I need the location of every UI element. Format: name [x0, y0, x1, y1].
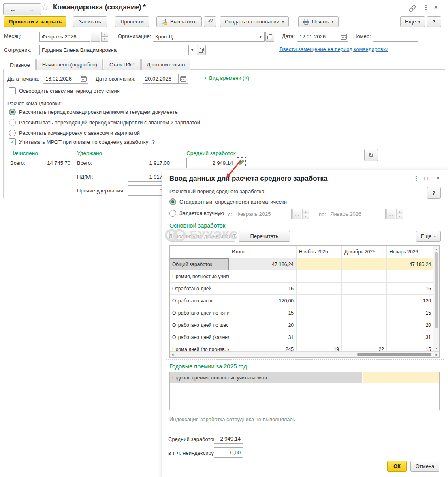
- row-label-cell[interactable]: Премия, полностью учитываемая: [170, 270, 229, 282]
- total-cell[interactable]: 31: [229, 331, 297, 343]
- table-row[interactable]: Отработано дней по шестидневно... 20 20: [170, 319, 439, 331]
- horizontal-scroll-thumb[interactable]: [357, 353, 431, 356]
- tab-main[interactable]: Главное: [4, 59, 36, 70]
- dec-cell[interactable]: [342, 270, 387, 282]
- dec-cell[interactable]: [342, 307, 387, 319]
- column-header-dec[interactable]: Декабрь 2025: [342, 246, 387, 258]
- tab-pfr[interactable]: Стаж ПФР: [104, 59, 141, 70]
- radio-period-standard[interactable]: [169, 198, 176, 205]
- dialog-close-icon[interactable]: ×: [436, 175, 440, 181]
- scroll-left-icon[interactable]: ◀: [171, 353, 173, 356]
- jan-cell[interactable]: 31: [387, 331, 433, 343]
- period-to-input[interactable]: Январь 2026: [328, 209, 386, 219]
- column-header-jan[interactable]: Январь 2026: [387, 246, 433, 258]
- annual-bonus-label-cell[interactable]: Годовая премия, полностью учитываемая: [170, 372, 363, 383]
- total-cell[interactable]: [229, 270, 297, 282]
- end-date-calendar-button[interactable]: [179, 74, 188, 84]
- nov-cell[interactable]: [297, 307, 342, 319]
- radio-calc-advance[interactable]: [9, 130, 16, 136]
- total-cell[interactable]: 16: [229, 283, 297, 294]
- mrot-help-link[interactable]: ?: [151, 139, 155, 145]
- get-link-icon[interactable]: [408, 5, 416, 13]
- reread-button[interactable]: Перечитать: [239, 231, 290, 242]
- avg-earnings-input[interactable]: 2 949,14: [186, 158, 235, 168]
- column-header-total[interactable]: Итого: [229, 246, 297, 258]
- date-input[interactable]: 12.01.2026: [297, 32, 339, 42]
- row-label-cell[interactable]: Отработано часов: [170, 295, 229, 307]
- annual-bonus-row[interactable]: Годовая премия, полностью учитываемая: [170, 372, 439, 383]
- spin-up-icon[interactable]: ▲: [101, 32, 108, 37]
- pay-button[interactable]: Выплатить: [156, 16, 202, 27]
- fill-from-fot-button[interactable]: Дополнить по данным ФОТ: [169, 231, 235, 242]
- jan-cell[interactable]: 20: [387, 319, 433, 331]
- column-header[interactable]: [170, 246, 229, 258]
- release-rate-checkbox[interactable]: [9, 87, 16, 94]
- annual-bonus-value-cell[interactable]: [363, 372, 439, 383]
- period-from-spinner[interactable]: ▲ ▼: [302, 209, 309, 219]
- dec-cell[interactable]: [342, 258, 387, 270]
- jan-cell[interactable]: 120: [387, 295, 433, 307]
- spin-down-icon[interactable]: ▼: [396, 214, 403, 219]
- dialog-kebab-menu-icon[interactable]: ⋮: [413, 175, 419, 181]
- dialog-help-button[interactable]: ?: [427, 187, 441, 199]
- row-label-cell[interactable]: Отработано дней по шестидневно...: [170, 319, 229, 331]
- jan-cell[interactable]: [387, 270, 433, 282]
- scroll-up-icon[interactable]: ▲: [435, 248, 438, 251]
- kebab-menu-icon[interactable]: ⋮: [423, 4, 429, 11]
- dec-cell[interactable]: [342, 295, 387, 307]
- nov-cell[interactable]: [297, 319, 342, 331]
- table-row[interactable]: Отработано дней по пятидневной ... 15 15: [170, 307, 439, 319]
- radio-calc-whole[interactable]: [9, 109, 16, 115]
- scroll-right-icon[interactable]: ▶: [436, 353, 438, 356]
- period-from-input[interactable]: Февраль 2025: [234, 209, 292, 219]
- number-input[interactable]: [373, 32, 418, 42]
- radio-period-manual[interactable]: [169, 210, 176, 217]
- accrued-total-input[interactable]: 14 745,70: [28, 158, 73, 168]
- more-button[interactable]: Еще ▾: [400, 16, 425, 27]
- dialog-avg-input[interactable]: 2 949,14: [214, 434, 243, 444]
- organization-open-button[interactable]: [265, 32, 274, 42]
- spin-up-icon[interactable]: ▲: [302, 209, 309, 214]
- dec-cell[interactable]: [342, 283, 387, 294]
- spin-down-icon[interactable]: ▼: [101, 37, 108, 42]
- cancel-button[interactable]: Отмена: [410, 461, 439, 472]
- print-button[interactable]: Печать ▾: [298, 16, 339, 27]
- recalculate-button[interactable]: ↻: [364, 149, 378, 161]
- jan-cell[interactable]: 16: [387, 283, 433, 294]
- nonindexed-input[interactable]: 0,00: [214, 447, 243, 458]
- total-cell[interactable]: 20: [229, 319, 297, 331]
- mrot-checkbox[interactable]: ✓: [9, 138, 16, 145]
- radio-calc-rolling[interactable]: [9, 119, 16, 126]
- post-and-close-button[interactable]: Провести и закрыть: [4, 16, 66, 27]
- jan-cell[interactable]: 15: [387, 307, 433, 319]
- horizontal-scrollbar[interactable]: ◀ ▶: [170, 351, 439, 357]
- row-label-cell[interactable]: Отработано дней по пятидневной ...: [170, 307, 229, 319]
- table-row[interactable]: Премия, полностью учитываемая: [170, 270, 439, 283]
- jan-cell[interactable]: 47 186,24: [387, 258, 433, 270]
- month-input[interactable]: Февраль 2026: [39, 32, 90, 42]
- nov-cell[interactable]: [297, 258, 342, 270]
- tab-accrued-detail[interactable]: Начислено (подробно): [36, 59, 103, 70]
- table-row[interactable]: Общий заработок 47 186,24 47 186,24: [170, 258, 439, 270]
- ok-button[interactable]: ОК: [387, 461, 407, 472]
- row-label-cell[interactable]: Общий заработок: [170, 258, 229, 270]
- nov-cell[interactable]: [297, 283, 342, 294]
- forward-button[interactable]: →: [22, 3, 41, 15]
- period-to-spinner[interactable]: ▲ ▼: [396, 209, 403, 219]
- period-to-ellipsis-button[interactable]: ...: [386, 209, 395, 219]
- back-button[interactable]: ←: [3, 3, 22, 15]
- spin-down-icon[interactable]: ▼: [302, 214, 309, 219]
- month-spinner[interactable]: ▲ ▼: [101, 32, 108, 42]
- substitution-link[interactable]: Ввести замещение на период командировки: [279, 46, 388, 52]
- help-button[interactable]: ?: [427, 16, 441, 27]
- vertical-scroll-thumb[interactable]: [435, 252, 438, 328]
- period-from-ellipsis-button[interactable]: ...: [292, 209, 301, 219]
- post-button[interactable]: Провести: [115, 16, 149, 27]
- organization-input[interactable]: Крон-Ц: [153, 32, 257, 42]
- row-label-cell[interactable]: Отработано дней (календ.): [170, 331, 229, 343]
- end-date-input[interactable]: 20.02.2026: [143, 74, 179, 84]
- save-button[interactable]: Записать: [73, 16, 107, 27]
- attachments-button[interactable]: [204, 16, 216, 27]
- total-cell[interactable]: 120,00: [229, 295, 297, 307]
- row-label-cell[interactable]: Отработано дней: [170, 283, 229, 294]
